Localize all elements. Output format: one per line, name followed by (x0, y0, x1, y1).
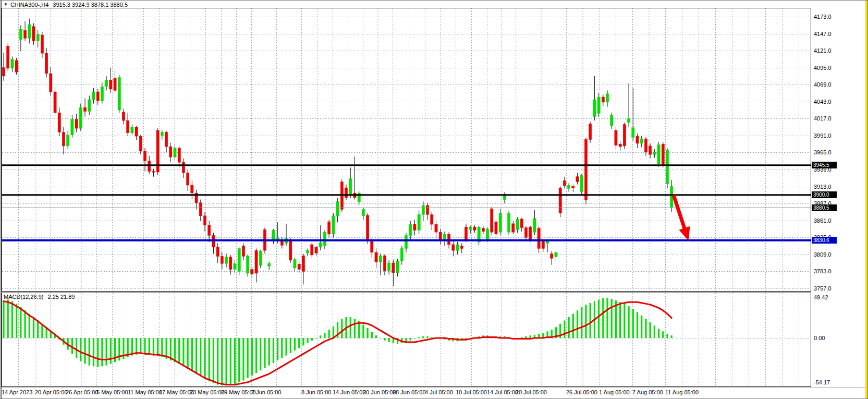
price-tick-label: 4069.0 (814, 81, 845, 88)
macd-axis-label: -54.17 (814, 379, 845, 385)
time-axis-label: 11 Aug 05:00 (665, 389, 699, 395)
time-axis-label: 14 Jul 05:00 (487, 389, 518, 395)
macd-name: MACD(12,26,9) (4, 294, 43, 300)
price-tick-label: 4147.0 (814, 31, 845, 37)
price-tag-3830.6: 3830.6 (812, 237, 837, 244)
time-axis-label: 14 Jun 05:00 (333, 389, 366, 395)
price-tick-label: 3913.0 (814, 184, 845, 190)
price-tick-label: 3757.0 (814, 285, 845, 292)
price-tick-label: 3809.0 (814, 251, 845, 258)
price-tick-label: 4043.0 (814, 99, 845, 105)
trading-chart-window: ▼ CHINA300-,H4 3915.3 3924.9 3878.1 3880… (0, 0, 868, 399)
price-tick-label: 4017.0 (814, 115, 845, 122)
right-edge-strip (865, 1, 867, 399)
macd-values: 2.25 21.89 (47, 294, 75, 300)
price-tick-label: 4173.0 (814, 14, 845, 20)
ohlc-quote-label: 3915.3 3924.9 3878.1 3880.5 (53, 2, 128, 8)
time-axis-label: 29 May 05:00 (221, 389, 256, 395)
symbol-period-label: CHINA300-,H4 (10, 2, 48, 8)
time-axis-label: 20 Apr 05:00 (35, 389, 67, 395)
time-axis-label: 23 May 05:00 (190, 389, 225, 395)
time-axis-label: 10 Jul 05:00 (456, 389, 487, 395)
price-tick-label: 3991.0 (814, 132, 845, 139)
time-axis-label: 14 Apr 2023 (2, 389, 32, 395)
time-axis-label: 4 Jul 05:00 (425, 389, 453, 395)
time-axis-label: 20 Jun 05:00 (363, 389, 396, 395)
time-axis-label: 5 May 05:00 (96, 389, 128, 395)
time-axis-label: 26 Jul 05:00 (566, 389, 597, 395)
chart-canvas[interactable] (1, 1, 868, 399)
time-axis-label: 28 Jun 05:00 (393, 389, 426, 395)
time-axis-label: 26 Apr 05:00 (66, 389, 98, 395)
time-axis-label: 2 Jun 05:00 (251, 389, 282, 395)
price-tick-label: 3783.0 (814, 268, 845, 274)
time-axis-label: 17 May 05:00 (159, 389, 194, 395)
macd-indicator-label: MACD(12,26,9) 2.25 21.89 (4, 294, 75, 300)
time-axis-label: 8 Jun 05:00 (301, 389, 332, 395)
price-tag-3880.5: 3880.5 (812, 204, 837, 211)
quote-bar[interactable]: ▼ CHINA300-,H4 3915.3 3924.9 3878.1 3880… (4, 1, 128, 8)
chevron-down-icon[interactable]: ▼ (4, 2, 8, 7)
time-axis-label: 1 Aug 05:00 (599, 389, 630, 395)
time-axis-label: 7 Aug 05:00 (632, 389, 663, 395)
macd-axis-label: 49.42 (814, 294, 845, 300)
time-axis-label: 20 Jul 05:00 (516, 389, 547, 395)
price-tag-3945.5: 3945.5 (812, 162, 837, 168)
macd-axis-label: 0.00 (814, 335, 845, 341)
price-tag-3900.0: 3900.0 (812, 191, 837, 198)
price-tick-label: 4095.0 (814, 65, 845, 71)
price-tick-label: 4121.0 (814, 47, 845, 54)
price-tick-label: 3861.0 (814, 217, 845, 224)
time-axis-label: 11 May 05:00 (128, 389, 162, 395)
price-tick-label: 3965.0 (814, 149, 845, 155)
